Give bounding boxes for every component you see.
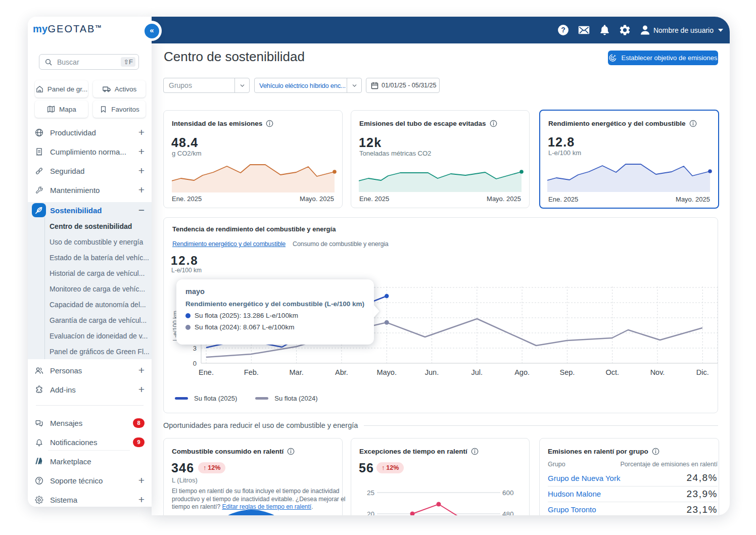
svg-text:Ago.: Ago. bbox=[514, 368, 530, 376]
svg-text:600: 600 bbox=[502, 489, 514, 497]
svg-text:0: 0 bbox=[193, 360, 197, 367]
svg-text:Mayo.: Mayo. bbox=[376, 368, 397, 376]
svg-text:25: 25 bbox=[367, 489, 374, 497]
svg-text:Dic.: Dic. bbox=[696, 368, 709, 376]
svg-text:Abr.: Abr. bbox=[335, 368, 348, 376]
svg-text:20: 20 bbox=[367, 510, 374, 515]
svg-text:Feb.: Feb. bbox=[244, 368, 259, 376]
svg-text:Oct.: Oct. bbox=[605, 368, 619, 376]
svg-text:Nov.: Nov. bbox=[650, 368, 665, 376]
svg-text:Jul.: Jul. bbox=[471, 368, 483, 376]
svg-text:Ene.: Ene. bbox=[199, 368, 214, 376]
svg-text:Jun.: Jun. bbox=[425, 368, 439, 376]
svg-text:?: ? bbox=[561, 26, 565, 34]
svg-text:Mar.: Mar. bbox=[289, 368, 303, 376]
svg-text:Sep.: Sep. bbox=[559, 368, 575, 376]
svg-text:3: 3 bbox=[193, 345, 197, 352]
svg-text:480: 480 bbox=[502, 510, 514, 515]
